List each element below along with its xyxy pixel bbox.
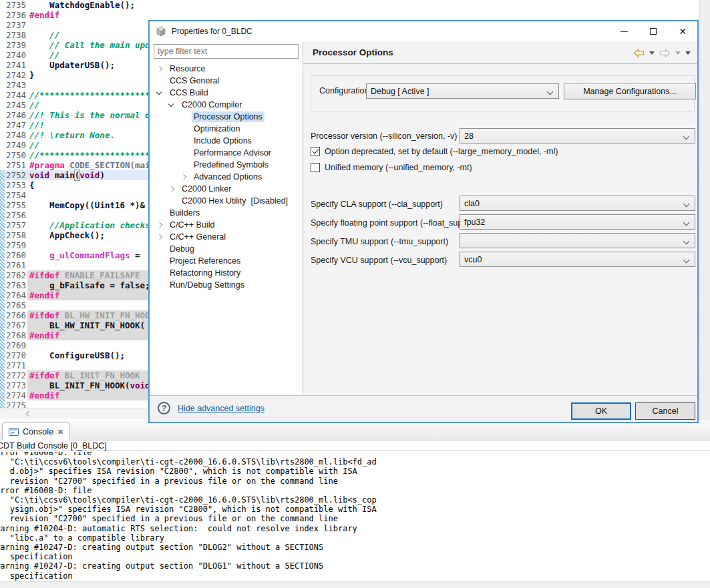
tree-spacer bbox=[155, 268, 164, 278]
line-number: 2765 bbox=[5, 300, 26, 310]
chevron-right-icon[interactable] bbox=[155, 220, 164, 230]
chevron-down-icon[interactable] bbox=[155, 88, 164, 97]
line-text: { bbox=[29, 180, 35, 190]
tree-item-refactoring-history[interactable]: Refactoring History bbox=[150, 267, 302, 279]
line-text: BL_HW_INIT_FN_HOOK( bbox=[29, 320, 145, 330]
chevron-right-icon[interactable] bbox=[155, 232, 164, 242]
line-number: 2751 bbox=[5, 160, 26, 170]
tree-item-c2000-compiler[interactable]: C2000 Compiler bbox=[150, 99, 302, 111]
tmu-support-combo[interactable] bbox=[460, 233, 695, 248]
minimize-icon bbox=[620, 31, 628, 32]
cla-support-combo[interactable]: cla0 bbox=[460, 196, 695, 211]
tree-item-ccs-build[interactable]: CCS Build bbox=[150, 87, 302, 99]
tree-item-label: Resource bbox=[168, 63, 208, 74]
tree-spacer bbox=[155, 76, 164, 85]
tree-item-c2000-hex-utility-disabled[interactable]: C2000 Hex Utility [Disabled] bbox=[150, 195, 302, 207]
tree-spacer bbox=[179, 112, 188, 121]
line-number: 2759 bbox=[5, 240, 26, 250]
chevron-right-icon[interactable] bbox=[155, 64, 164, 73]
close-icon[interactable]: ✕ bbox=[57, 428, 63, 436]
tree-item-include-options[interactable]: Include Options bbox=[150, 135, 302, 147]
line-number: 2752 bbox=[5, 170, 26, 180]
checkbox-checked-icon[interactable] bbox=[311, 147, 320, 156]
maximize-button[interactable] bbox=[639, 21, 668, 41]
checkbox-row-unified-memory[interactable]: Unified memory (--unified_memory, -mt) bbox=[311, 163, 472, 172]
processor-version-combo[interactable]: 28 bbox=[460, 128, 695, 143]
console-output-area[interactable]: error #16008-D: file "C:\ti\ccsv6\tools\… bbox=[0, 452, 710, 581]
diff-marker bbox=[0, 370, 5, 380]
editor-vertical-scrollbar[interactable] bbox=[699, 0, 710, 420]
tree-item-label: Run/Debug Settings bbox=[168, 280, 246, 290]
forward-dropdown-icon[interactable] bbox=[675, 51, 681, 55]
diff-marker bbox=[0, 390, 5, 400]
help-icon[interactable]: ? bbox=[158, 402, 170, 414]
tree-item-predefined-symbols[interactable]: Predefined Symbols bbox=[150, 159, 302, 171]
tree-item-label: C2000 Hex Utility [Disabled] bbox=[180, 196, 290, 206]
back-arrow-icon[interactable] bbox=[633, 49, 645, 57]
close-button[interactable]: ✕ bbox=[668, 21, 697, 41]
code-line-2736[interactable]: 2736#endif bbox=[0, 10, 710, 20]
line-text: #pragma CODE_SECTION(main bbox=[29, 160, 155, 170]
tree-item-debug[interactable]: Debug bbox=[150, 243, 302, 255]
dialog-title: Properties for 0_BLDC bbox=[172, 27, 252, 36]
float-support-value: fpu32 bbox=[464, 218, 485, 227]
back-dropdown-icon[interactable] bbox=[649, 51, 655, 55]
line-highlight bbox=[0, 10, 710, 20]
line-number: 2769 bbox=[5, 340, 26, 350]
tree-item-label: Builders bbox=[168, 208, 202, 218]
tree-item-run-debug-settings[interactable]: Run/Debug Settings bbox=[150, 279, 302, 291]
checkbox-unchecked-icon[interactable] bbox=[311, 163, 320, 172]
tree-item-label: Advanced Options bbox=[192, 172, 264, 182]
console-horizontal-scrollbar[interactable] bbox=[0, 581, 710, 588]
page-title: Processor Options bbox=[313, 47, 393, 57]
line-number: 2757 bbox=[5, 220, 26, 230]
chevron-down-icon[interactable] bbox=[167, 100, 176, 109]
tree-item-performance-advisor[interactable]: Performance Advisor bbox=[150, 147, 302, 159]
tree-item-ccs-general[interactable]: CCS General bbox=[150, 75, 302, 87]
diff-marker bbox=[0, 250, 5, 260]
tab-console[interactable]: Console ✕ bbox=[2, 422, 70, 440]
configuration-combo[interactable]: Debug [ Active ] bbox=[366, 83, 559, 99]
diff-marker bbox=[0, 400, 5, 408]
vcu-support-combo[interactable]: vcu0 bbox=[460, 252, 695, 267]
tree-item-c2000-linker[interactable]: C2000 Linker bbox=[150, 183, 302, 195]
tree-item-resource[interactable]: Resource bbox=[150, 63, 302, 75]
line-text: BL_INIT_FN_HOOK(void bbox=[29, 380, 150, 390]
code-line-2735[interactable]: 2735 WatchdogEnable(); bbox=[0, 0, 710, 10]
dialog-titlebar[interactable]: Properties for 0_BLDC ✕ bbox=[150, 21, 697, 41]
float-support-combo[interactable]: fpu32 bbox=[460, 214, 695, 230]
manage-configurations-button[interactable]: Manage Configurations... bbox=[564, 83, 696, 99]
checkbox-label-unified-memory: Unified memory (--unified_memory, -mt) bbox=[325, 163, 472, 172]
line-number: 2771 bbox=[5, 360, 26, 370]
tree-item-optimization[interactable]: Optimization bbox=[150, 123, 302, 135]
properties-dialog: Properties for 0_BLDC ✕ ResourceCCS Gene… bbox=[148, 20, 699, 423]
forward-arrow-icon[interactable] bbox=[659, 49, 671, 57]
manage-configurations-label: Manage Configurations... bbox=[583, 87, 677, 96]
field-label-cla-support: Specify CLA support (--cla_support) bbox=[311, 200, 443, 209]
tree-item-c-c-general[interactable]: C/C++ General bbox=[150, 231, 302, 243]
line-number: 2739 bbox=[5, 40, 26, 50]
tree-item-builders[interactable]: Builders bbox=[150, 207, 302, 219]
chevron-right-icon[interactable] bbox=[179, 172, 188, 182]
scroll-left-icon[interactable] bbox=[26, 411, 31, 416]
cancel-button[interactable]: Cancel bbox=[635, 402, 695, 420]
checkbox-row-deprecated[interactable]: Option deprecated, set by default (--lar… bbox=[311, 147, 558, 156]
tree-item-project-references[interactable]: Project References bbox=[150, 255, 302, 267]
page-header: Processor Options bbox=[303, 41, 697, 64]
tree-item-label: CCS Build bbox=[168, 87, 210, 98]
tree-item-processor-options[interactable]: Processor Options bbox=[150, 111, 302, 123]
diff-marker bbox=[0, 240, 5, 250]
view-menu-icon[interactable] bbox=[685, 51, 691, 55]
tree-filter-input[interactable] bbox=[154, 44, 299, 59]
hide-advanced-settings-link[interactable]: Hide advanced settings bbox=[178, 404, 264, 413]
tree-item-advanced-options[interactable]: Advanced Options bbox=[150, 171, 302, 183]
minimize-button[interactable] bbox=[609, 21, 639, 41]
line-text: //Application checksum bbox=[29, 220, 160, 230]
console-view: Console ✕ CDT Build Console [0_BLDC] err… bbox=[0, 420, 710, 588]
tree-spacer bbox=[179, 124, 188, 133]
chevron-right-icon[interactable] bbox=[167, 184, 176, 194]
ok-button[interactable]: OK bbox=[571, 402, 631, 420]
tree-item-c-c-build[interactable]: C/C++ Build bbox=[150, 219, 302, 231]
line-text: #endif bbox=[29, 330, 59, 340]
line-text: void main(void) bbox=[29, 170, 105, 180]
